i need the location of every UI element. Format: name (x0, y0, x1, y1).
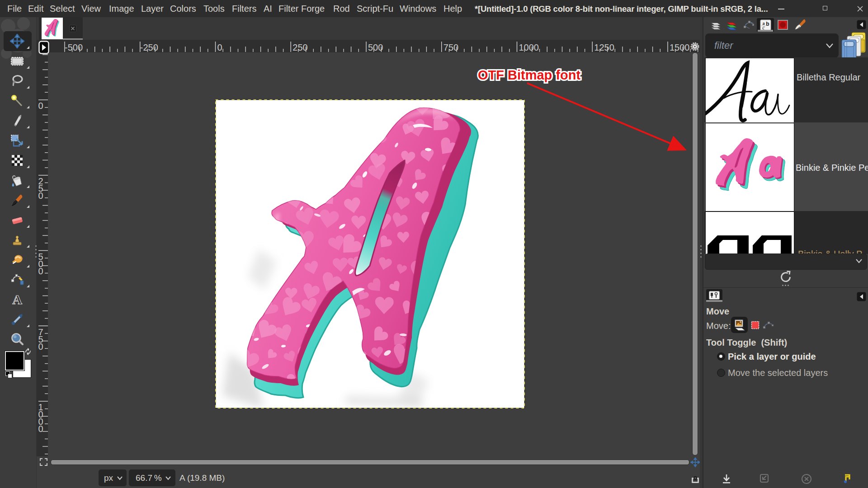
svg-text:-250: -250 (140, 42, 158, 52)
svg-text:0: 0 (217, 42, 222, 52)
svg-text:0: 0 (38, 191, 43, 201)
svg-text:1000: 1000 (519, 42, 539, 52)
svg-text:b: b (766, 21, 769, 27)
svg-text:A: A (12, 292, 22, 307)
svg-text:750: 750 (443, 42, 458, 52)
svg-text:0: 0 (38, 342, 43, 352)
svg-text:1250: 1250 (594, 42, 614, 52)
svg-text:-500: -500 (65, 42, 83, 52)
svg-text:500: 500 (368, 42, 383, 52)
svg-text:0: 0 (38, 424, 43, 434)
svg-text:250: 250 (292, 42, 307, 52)
svg-text:0: 0 (38, 101, 43, 111)
svg-text:0: 0 (38, 266, 43, 276)
svg-text:1500: 1500 (670, 42, 690, 52)
